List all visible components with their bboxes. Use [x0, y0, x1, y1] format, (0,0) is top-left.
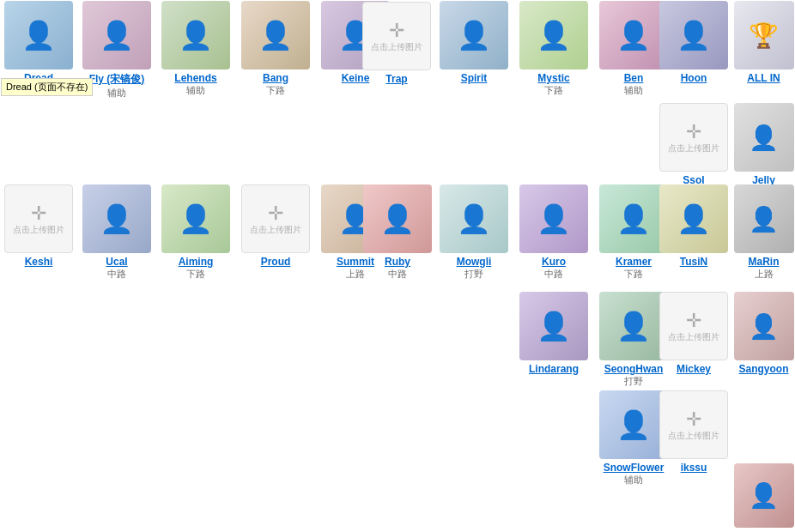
player-name-mowgli[interactable]: Mowgli	[457, 256, 492, 268]
player-role-mystic: 下路	[544, 84, 563, 97]
player-name-ucal[interactable]: Ucal	[106, 256, 127, 268]
player-avatar-sangyoon: 👤	[734, 292, 794, 360]
player-name-bang[interactable]: Bang	[263, 72, 288, 84]
player-name-aiming[interactable]: Aiming	[179, 256, 214, 268]
player-role-seonghwan: 打野	[624, 375, 643, 388]
player-card-lehends: 👤 Lehends 辅助	[158, 1, 234, 97]
player-role-mowgli: 打野	[464, 268, 483, 281]
player-card-mowgli: 👤 Mowgli 打野	[436, 184, 512, 281]
player-role-ben: 辅助	[624, 84, 643, 97]
player-avatar-mowgli: 👤	[440, 184, 508, 253]
player-name-fly[interactable]: Fly (宋镐俊)	[89, 72, 145, 87]
player-avatar-marin: 👤	[734, 184, 794, 253]
player-card-aiming: 👤 Aiming 下路	[158, 184, 234, 281]
player-name-keshi[interactable]: Keshi	[25, 256, 53, 268]
player-avatar-proud-placeholder[interactable]: ✛ 点击上传图片	[241, 184, 310, 253]
player-avatar-tusin: 👤	[659, 184, 728, 253]
player-avatar-dread: 👤	[4, 1, 73, 70]
player-name-allin[interactable]: ALL IN	[747, 72, 780, 84]
player-avatar-mystic: 👤	[519, 1, 588, 70]
player-card-lira: 👤 LirA	[732, 463, 795, 532]
player-avatar-hoon: 👤	[659, 1, 728, 70]
player-avatar-kuro: 👤	[519, 184, 588, 253]
player-name-proud[interactable]: Proud	[261, 256, 291, 268]
player-name-spirit[interactable]: Spirit	[461, 72, 488, 84]
player-card-dread[interactable]: 👤 Dread Dread (页面不存在)	[1, 1, 76, 84]
player-card-ikssu: ✛ 点击上传图片 ikssu	[656, 390, 731, 474]
player-name-lindarang[interactable]: Lindarang	[529, 363, 579, 375]
player-name-marin[interactable]: MaRin	[749, 256, 780, 268]
player-card-hoon: 👤 Hoon	[656, 1, 731, 84]
player-card-proud: ✛ 点击上传图片 Proud	[238, 184, 313, 268]
player-avatar-lindarang: 👤	[519, 292, 588, 360]
player-avatar-aiming: 👤	[161, 184, 230, 253]
player-name-kuro[interactable]: Kuro	[542, 256, 566, 268]
player-role-bang: 下路	[266, 84, 285, 97]
player-role-aiming: 下路	[186, 268, 205, 281]
player-name-kramer[interactable]: Kramer	[616, 256, 652, 268]
player-role-kuro: 中路	[544, 268, 563, 281]
player-role-marin: 上路	[755, 268, 774, 281]
player-name-mickey[interactable]: Mickey	[677, 363, 711, 375]
player-name-trap[interactable]: Trap	[385, 73, 407, 85]
player-name-ruby[interactable]: Ruby	[385, 256, 410, 268]
player-role-kramer: 下路	[624, 268, 643, 281]
player-card-spirit: 👤 Spirit	[436, 1, 512, 84]
player-card-bang: 👤 Bang 下路	[238, 1, 313, 97]
player-avatar-jelly: 👤	[734, 103, 794, 172]
player-name-snowflower[interactable]: SnowFlower	[604, 462, 665, 474]
player-avatar-ssol-placeholder[interactable]: ✛ 点击上传图片	[659, 103, 728, 172]
player-card-kuro: 👤 Kuro 中路	[516, 184, 592, 281]
player-name-ben[interactable]: Ben	[624, 72, 644, 84]
player-card-tusin: 👤 TusiN	[656, 184, 731, 268]
player-avatar-fly: 👤	[82, 1, 151, 70]
player-card-mickey: ✛ 点击上传图片 Mickey	[656, 292, 731, 375]
player-avatar-ruby: 👤	[363, 184, 432, 253]
player-card-lindarang: 👤 Lindarang	[516, 292, 592, 375]
player-card-mystic: 👤 Mystic 下路	[516, 1, 592, 97]
player-card-ruby: 👤 Ruby 中路	[360, 184, 435, 281]
player-avatar-trap-placeholder[interactable]: ✛ 点击上传图片	[362, 2, 431, 70]
player-card-trap: ✛ 点击上传图片 Trap	[360, 2, 434, 85]
player-role-lehends: 辅助	[186, 84, 205, 97]
player-card-allin: 🏆 ALL IN	[732, 1, 795, 84]
player-name-seonghwan[interactable]: SeongHwan	[604, 363, 664, 375]
player-role-snowflower: 辅助	[624, 474, 643, 487]
player-avatar-keshi-placeholder[interactable]: ✛ 点击上传图片	[4, 184, 73, 253]
player-role-fly: 辅助	[107, 87, 126, 100]
player-name-sangyoon[interactable]: Sangyoon	[738, 363, 788, 375]
player-name-lehends[interactable]: Lehends	[174, 72, 216, 84]
player-card-ucal: 👤 Ucal 中路	[79, 184, 155, 281]
player-role-ruby: 中路	[388, 268, 407, 281]
player-card-marin: 👤 MaRin 上路	[732, 184, 795, 281]
player-avatar-bang: 👤	[241, 1, 310, 70]
player-card-sangyoon: 👤 Sangyoon	[732, 292, 795, 375]
player-avatar-lira: 👤	[734, 463, 794, 528]
player-avatar-spirit: 👤	[440, 1, 508, 70]
player-card-ssol: ✛ 点击上传图片 Ssol	[656, 103, 731, 186]
player-avatar-lehends: 👤	[161, 1, 230, 70]
dread-tooltip: Dread (页面不存在)	[1, 78, 93, 96]
player-avatar-ikssu-placeholder[interactable]: ✛ 点击上传图片	[659, 390, 728, 459]
player-avatar-ucal: 👤	[82, 184, 151, 253]
player-name-mystic[interactable]: Mystic	[537, 72, 569, 84]
player-name-hoon[interactable]: Hoon	[681, 72, 707, 84]
player-avatar-mickey-placeholder[interactable]: ✛ 点击上传图片	[659, 292, 728, 360]
player-role-ucal: 中路	[107, 268, 126, 281]
player-name-tusin[interactable]: TusiN	[680, 256, 707, 268]
player-name-ikssu[interactable]: ikssu	[681, 462, 707, 474]
player-card-keshi: ✛ 点击上传图片 Keshi	[1, 184, 76, 268]
player-avatar-allin: 🏆	[734, 1, 794, 70]
